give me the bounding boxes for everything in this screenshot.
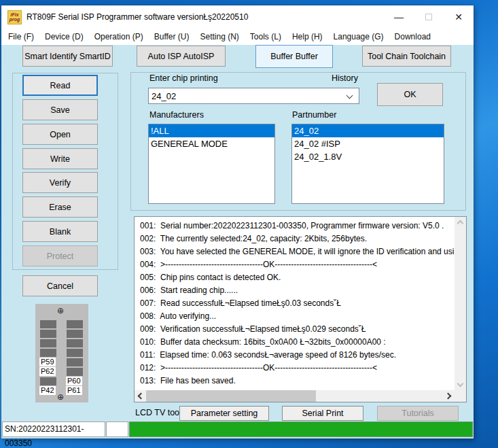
log-text: 001: Serial number:20220223112301-003350… [135, 217, 455, 390]
partnumber-listbox: 24_02 24_02 #ISP 24_02_1.8V [291, 124, 444, 204]
chip-printing-combobox[interactable]: 24_02 [148, 88, 359, 104]
chip-pad [67, 358, 83, 366]
open-button[interactable]: Open [22, 124, 98, 145]
title-bar: iFix prog RT809F Serial ISP Programmer s… [1, 5, 474, 29]
partnumber-label: Partnumber [292, 110, 336, 120]
vertical-scrollbar[interactable] [455, 217, 466, 390]
window-title: RT809F Serial ISP Programmer software ve… [26, 12, 248, 22]
log-line: 003: You have selected the GENEREAL MODE… [140, 245, 455, 258]
progress-bar [129, 421, 473, 437]
parameter-setting-button[interactable]: Parameter setting [179, 406, 269, 421]
history-label: History [332, 73, 358, 83]
partnumber-item-24-02[interactable]: 24_02 [292, 124, 444, 137]
partnumber-item-24-02-isp[interactable]: 24_02 #ISP [292, 137, 444, 150]
scroll-right-icon[interactable] [445, 393, 452, 400]
client-area: Smart Identify SmartID Auto ISP AutoISP … [1, 45, 474, 438]
tutorials-button[interactable]: Tutorials [377, 406, 459, 421]
close-button[interactable]: ✕ [444, 5, 474, 29]
log-line: 005: Chip pins contact is detected OK. [140, 271, 455, 284]
log-line: 001: Serial number:20220223112301-003350… [140, 220, 455, 232]
read-button[interactable]: Read [22, 75, 98, 96]
auto-isp-button[interactable]: Auto ISP AutoISP [137, 46, 226, 67]
menu-tools[interactable]: Tools (L) [250, 32, 281, 41]
chip-pad [67, 339, 83, 347]
menu-file[interactable]: File (F) [8, 32, 34, 41]
partnumber-item-24-02-1-8v[interactable]: 24_02_1.8V [292, 150, 444, 163]
app-window: iFix prog RT809F Serial ISP Programmer s… [1, 5, 474, 438]
buffer-button[interactable]: Buffer Buffer [255, 45, 333, 68]
menu-language[interactable]: Language (G) [334, 32, 384, 41]
chip-pad [67, 349, 83, 357]
minimize-button[interactable]: — [384, 5, 414, 29]
smart-identify-button[interactable]: Smart Identify SmartID [22, 46, 113, 67]
chip-pad [40, 349, 56, 357]
menu-operation[interactable]: Operation (P) [94, 32, 143, 41]
log-output[interactable]: 001: Serial number:20220223112301-003350… [134, 216, 467, 402]
serial-print-button[interactable]: Serial Print [282, 406, 363, 421]
scroll-left-icon[interactable] [138, 393, 145, 400]
manufacturer-item-genereal-mode[interactable]: GENEREAL MODE [149, 137, 274, 150]
log-line: 012: >----------------------------------… [140, 362, 455, 375]
screw-icon-top: ⊕ [57, 307, 64, 315]
blank-button[interactable]: Blank [22, 221, 98, 242]
log-line: 004: >----------------------------------… [140, 258, 455, 271]
chip-printing-value: 24_02 [152, 91, 176, 101]
app-icon-text-2: prog [10, 17, 20, 22]
log-line: 007: Read successfulŁ¬Elapsed timeŁş0.03… [140, 297, 455, 310]
pin-label-p42: P42 [39, 386, 56, 395]
chip-pad [40, 339, 56, 347]
erase-button[interactable]: Erase [22, 196, 98, 218]
pin-label-p59: P59 [39, 358, 56, 366]
lcd-tv-tool-label: LCD TV tool [135, 408, 181, 417]
tool-chain-button[interactable]: Tool Chain Toolchain [362, 46, 451, 67]
log-line: 002: The currently selected:24_02, capac… [140, 232, 455, 245]
chip-pad [67, 320, 83, 328]
chip-pad [40, 377, 56, 385]
log-line: 011: Elapsed time: 0.063 secondsŁ¬averag… [140, 349, 455, 362]
app-icon-text-1: iFix [10, 12, 18, 17]
scrollbar-corner [455, 390, 466, 402]
log-line: 006: Start reading chip...... [140, 284, 455, 297]
manufacturers-listbox: !ALL GENEREAL MODE [148, 124, 275, 204]
status-segment [106, 421, 128, 437]
menu-buffer[interactable]: Buffer (U) [154, 32, 190, 41]
manufacturers-label: Manufacturers [149, 110, 204, 120]
log-line: 009: Verification successfulŁ¬Elapsed ti… [140, 323, 455, 336]
protect-button[interactable]: Protect [22, 245, 98, 266]
menu-help[interactable]: Help (H) [292, 32, 323, 41]
log-line: 013: File has been saved. [140, 375, 455, 387]
horizontal-scrollbar[interactable] [135, 390, 455, 402]
menu-download[interactable]: Download [395, 32, 431, 41]
log-line: 010: Buffer data checksum: 16bits_0x0A00… [140, 336, 455, 349]
chip-socket-graphic: ⊕ ⊕ P59 P62 P42 P60 P61 [35, 304, 88, 402]
write-button[interactable]: Write [22, 148, 98, 169]
pin-label-p62: P62 [39, 367, 56, 376]
menu-device[interactable]: Device (D) [45, 32, 84, 41]
ok-button[interactable]: OK [377, 83, 443, 106]
maximize-button[interactable] [414, 5, 444, 29]
menu-bar: File (F) Device (D) Operation (P) Buffer… [1, 29, 474, 45]
pin-label-p60: P60 [66, 377, 82, 385]
manufacturer-item-all[interactable]: !ALL [149, 124, 274, 137]
serial-number-status: SN:20220223112301-003350 [2, 421, 105, 437]
pin-label-p61: P61 [66, 386, 82, 395]
cancel-button[interactable]: Cancel [22, 275, 98, 296]
enter-chip-label: Enter chip printing [149, 73, 218, 83]
app-icon: iFix prog [7, 10, 22, 24]
save-button[interactable]: Save [22, 99, 98, 120]
chip-pad [40, 330, 56, 338]
menu-setting[interactable]: Setting (N) [200, 32, 239, 41]
chevron-down-icon [346, 92, 353, 99]
scroll-up-icon[interactable] [457, 220, 464, 227]
chip-pad [67, 368, 83, 376]
log-line: 008: Auto verifying... [140, 310, 455, 323]
horizontal-scroll-thumb[interactable] [146, 390, 316, 402]
maximize-icon [425, 14, 432, 20]
scroll-down-icon[interactable] [457, 381, 464, 387]
chip-pad [67, 330, 83, 338]
screw-icon-bottom: ⊕ [57, 393, 64, 401]
verify-button[interactable]: Verify [22, 172, 98, 193]
chip-pad [40, 320, 56, 328]
